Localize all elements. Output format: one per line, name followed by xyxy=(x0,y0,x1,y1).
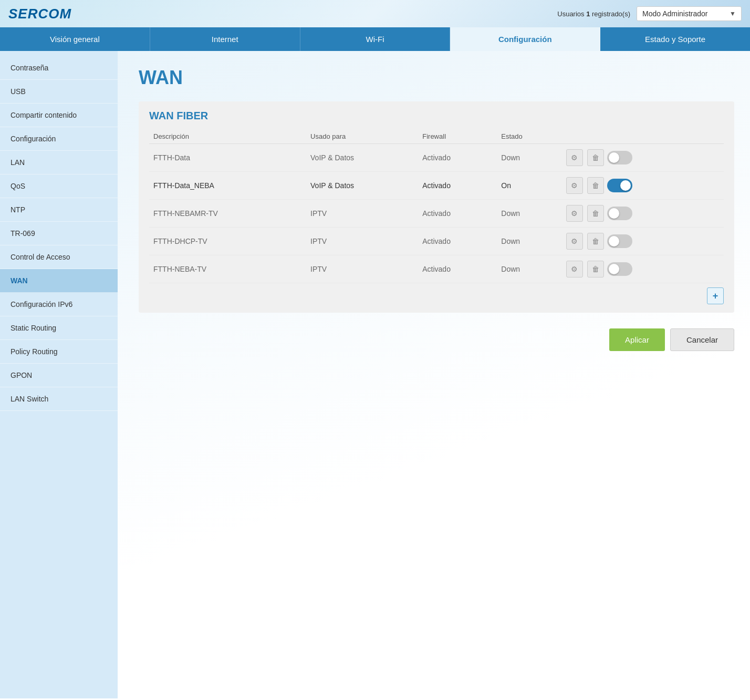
cell-actions: ⚙🗑 xyxy=(561,255,724,283)
cell-usado-para: VoIP & Datos xyxy=(306,144,418,172)
cell-actions: ⚙🗑 xyxy=(561,228,724,255)
cell-firewall: Activado xyxy=(418,255,497,283)
trash-icon[interactable]: 🗑 xyxy=(587,177,604,194)
page-title: WAN xyxy=(139,67,734,89)
wan-toggle[interactable] xyxy=(607,234,632,248)
cell-firewall: Activado xyxy=(418,200,497,228)
table-row: FTTH-NEBA-TVIPTVActivadoDown⚙🗑 xyxy=(149,255,724,283)
gear-icon[interactable]: ⚙ xyxy=(566,149,583,166)
trash-icon[interactable]: 🗑 xyxy=(587,149,604,166)
sidebar-item-static-routing[interactable]: Static Routing xyxy=(0,316,118,340)
cell-estado: Down xyxy=(497,144,561,172)
cell-descripcion: FTTH-NEBA-TV xyxy=(149,255,306,283)
sidebar-item-tr069[interactable]: TR-069 xyxy=(0,222,118,245)
table-row: FTTH-DHCP-TVIPTVActivadoDown⚙🗑 xyxy=(149,228,724,255)
cell-descripcion: FTTH-Data_NEBA xyxy=(149,172,306,200)
cell-actions: ⚙🗑 xyxy=(561,200,724,228)
sidebar-item-control-acceso[interactable]: Control de Acceso xyxy=(0,245,118,269)
cell-usado-para: IPTV xyxy=(306,200,418,228)
sidebar-item-contrasena[interactable]: Contraseña xyxy=(0,56,118,80)
gear-icon[interactable]: ⚙ xyxy=(566,233,583,250)
action-buttons: Aplicar Cancelar xyxy=(139,328,734,351)
cell-estado: Down xyxy=(497,255,561,283)
wan-toggle[interactable] xyxy=(607,262,632,276)
col-header-usado-para: Usado para xyxy=(306,129,418,144)
add-wan-button[interactable]: + xyxy=(707,287,724,304)
gear-icon[interactable]: ⚙ xyxy=(566,261,583,277)
cell-actions: ⚙🗑 xyxy=(561,144,724,172)
sidebar-item-config-ipv6[interactable]: Configuración IPv6 xyxy=(0,293,118,316)
cell-usado-para: IPTV xyxy=(306,228,418,255)
table-row: FTTH-DataVoIP & DatosActivadoDown⚙🗑 xyxy=(149,144,724,172)
nav-item-vision-general[interactable]: Visión general xyxy=(0,27,150,51)
cell-estado: On xyxy=(497,172,561,200)
layout: Contraseña USB Compartir contenido Confi… xyxy=(0,51,750,698)
col-header-firewall: Firewall xyxy=(418,129,497,144)
cell-descripcion: FTTH-DHCP-TV xyxy=(149,228,306,255)
header: SERCOM Usuarios 1 registrado(s) Modo Adm… xyxy=(0,0,750,27)
apply-button[interactable]: Aplicar xyxy=(609,328,665,351)
cell-firewall: Activado xyxy=(418,172,497,200)
header-user-status: Usuarios 1 registrado(s) xyxy=(557,10,630,18)
sidebar-item-ntp[interactable]: NTP xyxy=(0,198,118,222)
sidebar-item-lan-switch[interactable]: LAN Switch xyxy=(0,387,118,411)
nav-item-estado-soporte[interactable]: Estado y Soporte xyxy=(600,27,750,51)
main-nav: Visión general Internet Wi-Fi Configurac… xyxy=(0,27,750,51)
trash-icon[interactable]: 🗑 xyxy=(587,233,604,250)
sidebar-item-gpon[interactable]: GPON xyxy=(0,364,118,387)
cell-descripcion: FTTH-Data xyxy=(149,144,306,172)
sidebar-item-compartir-contenido[interactable]: Compartir contenido xyxy=(0,104,118,127)
nav-item-wifi[interactable]: Wi-Fi xyxy=(300,27,451,51)
sidebar-item-usb[interactable]: USB xyxy=(0,80,118,104)
logo: SERCOM xyxy=(8,6,71,22)
trash-icon[interactable]: 🗑 xyxy=(587,261,604,277)
nav-item-configuracion[interactable]: Configuración xyxy=(450,27,600,51)
col-header-descripcion: Descripción xyxy=(149,129,306,144)
main-content: WAN WAN FIBER Descripción Usado para Fir… xyxy=(118,51,750,698)
cell-firewall: Activado xyxy=(418,144,497,172)
sidebar-item-wan[interactable]: WAN xyxy=(0,269,118,293)
cell-descripcion: FTTH-NEBAMR-TV xyxy=(149,200,306,228)
trash-icon[interactable]: 🗑 xyxy=(587,205,604,222)
col-header-estado: Estado xyxy=(497,129,561,144)
table-row: FTTH-Data_NEBAVoIP & DatosActivadoOn⚙🗑 xyxy=(149,172,724,200)
wan-table: Descripción Usado para Firewall Estado F… xyxy=(149,129,724,283)
wan-toggle[interactable] xyxy=(607,207,632,220)
gear-icon[interactable]: ⚙ xyxy=(566,205,583,222)
wan-toggle[interactable] xyxy=(607,179,632,192)
cell-usado-para: IPTV xyxy=(306,255,418,283)
cell-estado: Down xyxy=(497,228,561,255)
sidebar: Contraseña USB Compartir contenido Confi… xyxy=(0,51,118,698)
gear-icon[interactable]: ⚙ xyxy=(566,177,583,194)
cell-firewall: Activado xyxy=(418,228,497,255)
nav-item-internet[interactable]: Internet xyxy=(150,27,300,51)
sidebar-item-lan[interactable]: LAN xyxy=(0,151,118,174)
table-row: FTTH-NEBAMR-TVIPTVActivadoDown⚙🗑 xyxy=(149,200,724,228)
sidebar-item-policy-routing[interactable]: Policy Routing xyxy=(0,340,118,364)
cell-actions: ⚙🗑 xyxy=(561,172,724,200)
wan-toggle[interactable] xyxy=(607,151,632,164)
cell-estado: Down xyxy=(497,200,561,228)
mode-dropdown[interactable]: Modo Administrador ▼ xyxy=(637,6,742,21)
cell-usado-para: VoIP & Datos xyxy=(306,172,418,200)
wan-section-title: WAN FIBER xyxy=(149,110,724,122)
sidebar-item-configuracion[interactable]: Configuración xyxy=(0,127,118,151)
chevron-down-icon: ▼ xyxy=(730,10,736,17)
cancel-button[interactable]: Cancelar xyxy=(670,328,734,351)
wan-section: WAN FIBER Descripción Usado para Firewal… xyxy=(139,101,734,313)
sidebar-item-qos[interactable]: QoS xyxy=(0,174,118,198)
